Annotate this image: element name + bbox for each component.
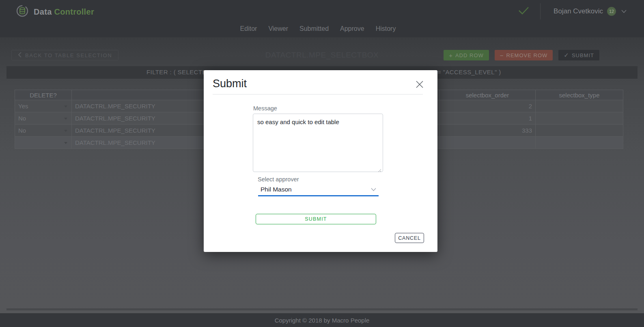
- dropdown-triangle-icon: [64, 118, 67, 120]
- filter-text-left: FILTER : ( SELECTBO: [146, 69, 211, 75]
- app-logo[interactable]: Data Controller: [15, 4, 94, 19]
- check-icon: ✓: [564, 52, 569, 59]
- approver-selected-value: Phil Mason: [261, 186, 292, 193]
- cell-selectbox-type[interactable]: [536, 125, 623, 137]
- modal-submit-button[interactable]: SUBMIT: [256, 214, 376, 224]
- column-header-delete[interactable]: DELETE?: [15, 90, 72, 100]
- cell-selectbox-type[interactable]: [536, 137, 623, 149]
- tab-submitted[interactable]: Submitted: [299, 25, 329, 32]
- message-label: Message: [253, 105, 277, 112]
- cell-delete-dropdown[interactable]: No: [15, 125, 72, 137]
- submit-button[interactable]: ✓ SUBMIT: [558, 50, 599, 60]
- close-icon: [416, 80, 424, 90]
- minus-icon: −: [500, 52, 504, 59]
- plus-icon: +: [449, 52, 453, 59]
- modal-close-button[interactable]: [414, 79, 426, 91]
- dropdown-triangle-icon: [64, 130, 67, 132]
- cell-selectbox-order[interactable]: 1: [439, 112, 536, 125]
- message-textarea[interactable]: so easy and quick to edit table: [253, 114, 383, 172]
- cell-selectbox-type[interactable]: [536, 100, 623, 112]
- user-badge: 12: [607, 7, 616, 16]
- cell-selectbox-order[interactable]: 2: [439, 100, 536, 112]
- tab-viewer[interactable]: Viewer: [268, 25, 288, 32]
- filter-text-right: = "ACCESS_LEVEL" ): [437, 69, 501, 75]
- copyright-text: Copyright © 2018 by Macro People: [275, 317, 370, 324]
- modal-title: Submit: [213, 77, 247, 90]
- column-header-selectbox-type[interactable]: selectbox_type: [536, 90, 623, 100]
- content-bottom-edge: [6, 308, 638, 310]
- cell-delete-dropdown[interactable]: [15, 137, 72, 149]
- modal-divider: [213, 94, 423, 95]
- chevron-down-icon[interactable]: [621, 10, 627, 13]
- column-header-selectbox-order[interactable]: selectbox_order: [439, 90, 536, 100]
- top-header: Data Controller Bojan Cvetkovic 12 Edito…: [0, 0, 644, 37]
- status-check-icon: [518, 6, 529, 16]
- cell-selectbox-order[interactable]: [439, 137, 536, 149]
- modal-cancel-button[interactable]: CANCEL: [395, 233, 424, 243]
- tab-approve[interactable]: Approve: [340, 25, 364, 32]
- add-row-button[interactable]: + ADD ROW: [444, 50, 489, 60]
- cell-selectbox-type[interactable]: [536, 112, 623, 125]
- approver-label: Select approver: [258, 176, 299, 183]
- cell-delete-dropdown[interactable]: Yes: [15, 100, 72, 112]
- remove-row-button[interactable]: − REMOVE ROW: [495, 50, 553, 60]
- submit-modal: Submit Message so easy and quick to edit…: [204, 70, 437, 252]
- user-name[interactable]: Bojan Cvetkovic: [554, 7, 603, 15]
- dropdown-triangle-icon: [64, 142, 67, 144]
- database-logo-icon: [15, 4, 29, 19]
- brand-text: Data Controller: [34, 7, 94, 17]
- app-root: Data Controller Bojan Cvetkovic 12 Edito…: [0, 0, 644, 327]
- dropdown-triangle-icon: [64, 105, 67, 108]
- cell-delete-dropdown[interactable]: No: [15, 112, 72, 125]
- tab-editor[interactable]: Editor: [240, 25, 257, 32]
- cell-selectbox-order[interactable]: 333: [439, 125, 536, 137]
- approver-select[interactable]: Phil Mason: [258, 184, 379, 196]
- footer: Copyright © 2018 by Macro People: [0, 313, 644, 327]
- header-divider: [540, 3, 541, 19]
- tab-history[interactable]: History: [376, 25, 396, 32]
- main-nav: Editor Viewer Submitted Approve History: [0, 25, 640, 32]
- user-area: Bojan Cvetkovic 12: [518, 0, 627, 22]
- toolbar-actions: + ADD ROW − REMOVE ROW ✓ SUBMIT: [444, 50, 599, 60]
- chevron-down-icon: [371, 188, 376, 191]
